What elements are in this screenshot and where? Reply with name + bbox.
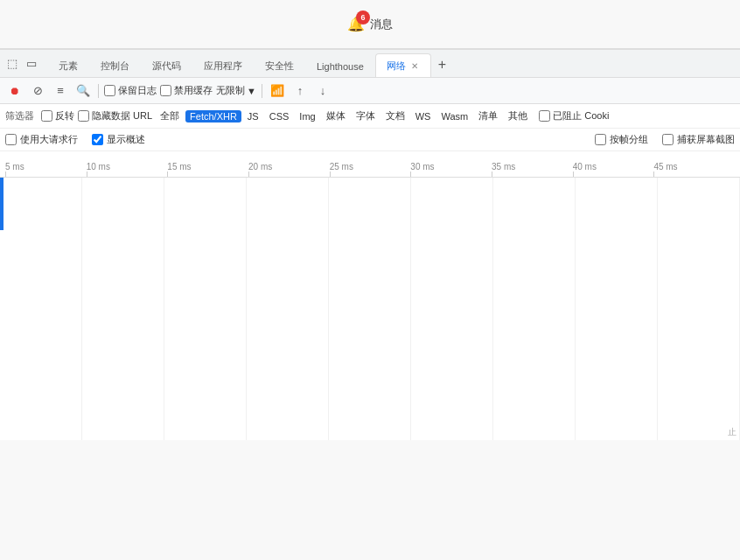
- overview-checkbox[interactable]: 显示概述: [92, 133, 145, 146]
- filter-ws-btn[interactable]: WS: [411, 110, 436, 122]
- notification-bell[interactable]: 🔔 6: [347, 16, 365, 32]
- tab-console[interactable]: 控制台: [89, 53, 141, 78]
- ruler-inner: 5 ms 10 ms 15 ms 20 ms 25 ms 30 ms: [0, 162, 740, 177]
- hide-data-urls-checkbox[interactable]: 隐藏数据 URL: [78, 109, 152, 122]
- options-right: 按帧分组 捕获屏幕截图: [595, 133, 735, 146]
- filter-all-btn[interactable]: 全部: [156, 108, 184, 123]
- throttle-selector[interactable]: 无限制 ▼: [216, 84, 256, 97]
- tab-elements-label: 元素: [59, 60, 78, 73]
- filter-img-btn[interactable]: Img: [295, 110, 319, 122]
- ruler-mark-3: 20 ms: [248, 162, 330, 177]
- timeline-ruler: 5 ms 10 ms 15 ms 20 ms 25 ms 30 ms: [0, 151, 740, 178]
- grid-col-3: [247, 178, 329, 440]
- tab-lighthouse[interactable]: Lighthouse: [305, 53, 375, 78]
- reverse-input[interactable]: [41, 110, 52, 122]
- tab-elements[interactable]: 元素: [47, 53, 89, 78]
- tab-security[interactable]: 安全性: [254, 53, 305, 78]
- import-icon: ↑: [297, 84, 304, 97]
- filter-doc-btn[interactable]: 文档: [381, 108, 409, 123]
- disable-cache-label: 禁用缓存: [174, 84, 213, 97]
- scrollbar-hint: 止: [724, 424, 740, 440]
- clear-button[interactable]: ≡: [51, 81, 70, 101]
- overview-input[interactable]: [92, 134, 103, 145]
- screenshots-input[interactable]: [662, 134, 674, 145]
- tab-security-label: 安全性: [265, 60, 294, 73]
- ruler-tick-2: [167, 172, 168, 177]
- search-icon: 🔍: [76, 84, 90, 97]
- ruler-label-2: 15 ms: [167, 162, 191, 172]
- ruler-tick-4: [330, 172, 331, 177]
- large-rows-input[interactable]: [5, 134, 17, 145]
- tab-network-close[interactable]: ✕: [409, 61, 420, 71]
- grid-col-6: [493, 178, 576, 440]
- hide-data-urls-input[interactable]: [78, 110, 89, 122]
- ruler-mark-1: 10 ms: [87, 162, 168, 177]
- ruler-tick-7: [573, 172, 574, 177]
- tab-network[interactable]: 网络 ✕: [375, 53, 431, 78]
- notification-row: 🔔 6 消息: [0, 0, 740, 48]
- record-icon: ⏺: [10, 85, 20, 97]
- stop-button[interactable]: ⊘: [28, 81, 47, 101]
- disable-cache-input[interactable]: [160, 85, 171, 96]
- large-rows-checkbox[interactable]: 使用大请求行: [5, 133, 78, 146]
- tab-sources[interactable]: 源代码: [141, 53, 192, 78]
- filter-clear-btn[interactable]: 清单: [474, 108, 502, 123]
- network-conditions-button[interactable]: 📶: [268, 81, 287, 101]
- filter-css-btn[interactable]: CSS: [265, 110, 294, 122]
- tab-application[interactable]: 应用程序: [192, 53, 254, 78]
- filter-media-btn[interactable]: 媒体: [322, 108, 350, 123]
- screenshots-checkbox[interactable]: 捕获屏幕截图: [662, 133, 735, 146]
- inspect-icon[interactable]: ⬚: [3, 55, 21, 73]
- record-button[interactable]: ⏺: [5, 81, 24, 101]
- grid-col-5: [411, 178, 493, 440]
- ruler-label-5: 30 ms: [410, 162, 434, 172]
- reverse-label: 反转: [55, 109, 74, 122]
- ruler-label-0: 5 ms: [5, 162, 24, 172]
- grid-col-1: [82, 178, 164, 440]
- filter-other-btn[interactable]: 其他: [504, 108, 532, 123]
- stop-icon: ⊘: [33, 84, 43, 97]
- grid-col-4: [329, 178, 411, 440]
- tab-add-button[interactable]: +: [431, 52, 453, 77]
- tab-application-label: 应用程序: [204, 60, 242, 73]
- preserve-log-checkbox[interactable]: 保留日志: [104, 84, 157, 97]
- filter-js-btn[interactable]: JS: [243, 110, 263, 122]
- network-grid: [0, 178, 740, 440]
- filter-fetchxhr-btn[interactable]: Fetch/XHR: [185, 110, 241, 122]
- import-button[interactable]: ↑: [290, 81, 310, 101]
- tab-console-label: 控制台: [101, 60, 129, 73]
- ruler-tick-0: [5, 172, 6, 177]
- tabs-container: 元素 控制台 源代码 应用程序 安全性 Lighthouse 网络 ✕ +: [47, 50, 453, 77]
- hide-data-urls-label: 隐藏数据 URL: [92, 109, 152, 122]
- toolbar-divider-1: [98, 84, 99, 98]
- group-by-frame-checkbox[interactable]: 按帧分组: [595, 133, 648, 146]
- export-icon: ↓: [320, 84, 326, 97]
- tab-sources-label: 源代码: [152, 60, 181, 73]
- ruler-label-4: 25 ms: [330, 162, 353, 172]
- preserve-log-input[interactable]: [104, 85, 115, 96]
- ruler-tick-6: [492, 172, 492, 177]
- tab-bar: ⬚ ▭ 元素 控制台 源代码 应用程序 安全性 Lighthouse 网络: [0, 50, 740, 78]
- device-icon[interactable]: ▭: [23, 55, 40, 73]
- screenshots-label: 捕获屏幕截图: [677, 133, 735, 146]
- blocked-cookies-input[interactable]: [539, 110, 550, 122]
- group-by-frame-label: 按帧分组: [610, 133, 648, 146]
- export-button[interactable]: ↓: [313, 81, 332, 101]
- filter-types: 全部 Fetch/XHR JS CSS Img 媒体 字体 文档 WS Wasm…: [156, 108, 532, 123]
- tab-lighthouse-label: Lighthouse: [317, 61, 364, 72]
- preserve-log-label: 保留日志: [118, 84, 157, 97]
- filter-font-btn[interactable]: 字体: [352, 108, 380, 123]
- group-by-frame-input[interactable]: [595, 134, 606, 145]
- reverse-checkbox[interactable]: 反转: [41, 109, 74, 122]
- devtools-panel: ⬚ ▭ 元素 控制台 源代码 应用程序 安全性 Lighthouse 网络: [0, 48, 740, 440]
- ruler-tick-1: [87, 172, 87, 177]
- wifi-icon: 📶: [270, 84, 284, 97]
- search-button[interactable]: 🔍: [73, 81, 93, 101]
- blocked-cookies-checkbox[interactable]: 已阻止 Cooki: [539, 109, 609, 122]
- ruler-mark-5: 30 ms: [410, 162, 492, 177]
- filter-wasm-btn[interactable]: Wasm: [436, 110, 472, 122]
- notification-badge: 6: [356, 10, 370, 24]
- ruler-label-8: 45 ms: [653, 162, 677, 172]
- throttle-dropdown-icon: ▼: [247, 86, 256, 96]
- disable-cache-checkbox[interactable]: 禁用缓存: [160, 84, 213, 97]
